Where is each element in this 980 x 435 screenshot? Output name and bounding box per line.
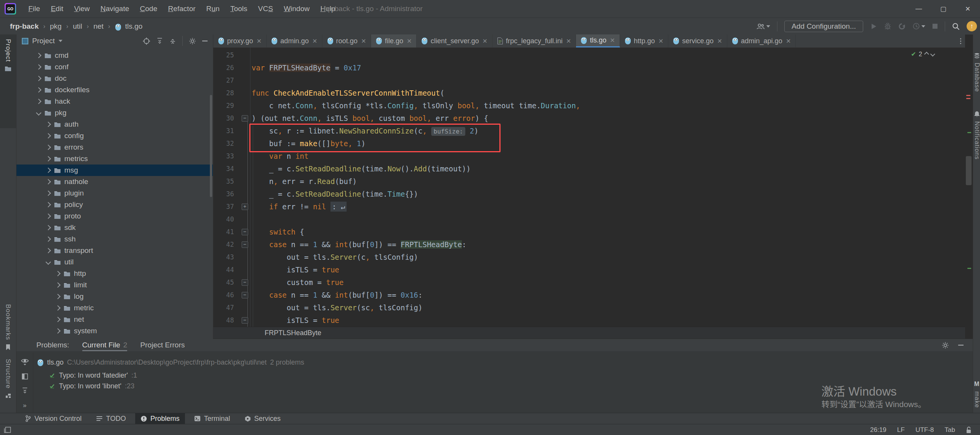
chevron-right-icon[interactable]: [46, 145, 51, 150]
tree-item-hack[interactable]: hack: [16, 96, 213, 107]
line-number[interactable]: 46: [213, 289, 234, 301]
code-line-25[interactable]: 25: [213, 49, 965, 62]
line-number[interactable]: 25: [213, 49, 234, 62]
line-number[interactable]: 32: [213, 137, 234, 150]
chevron-down-icon[interactable]: [766, 25, 770, 28]
window-layout-icon[interactable]: [4, 427, 11, 433]
debug-icon[interactable]: [884, 23, 892, 30]
maximize-button[interactable]: ▢: [931, 0, 955, 18]
expand-all-icon[interactable]: [21, 387, 28, 394]
code-line-43[interactable]: 43 out = tls.Server(c, tlsConfig): [213, 251, 965, 264]
tree-item-policy[interactable]: policy: [16, 199, 213, 210]
code-line-30[interactable]: 30−) (out net.Conn, isTLS bool, custom b…: [213, 112, 965, 125]
menu-item-refactor[interactable]: Refactor: [163, 0, 201, 18]
breadcrumb-item-tls.go[interactable]: tls.go: [124, 21, 144, 31]
gear-icon[interactable]: [189, 37, 196, 45]
view-options-icon[interactable]: [21, 358, 29, 363]
menu-item-vcs[interactable]: VCS: [253, 0, 278, 18]
line-number[interactable]: 44: [213, 264, 234, 276]
editor-tab-frpc_legacy_full.ini[interactable]: frpc_legacy_full.ini✕: [492, 34, 576, 47]
editor-tab-file.go[interactable]: file.go✕: [371, 34, 417, 47]
tree-item-pkg[interactable]: pkg: [16, 107, 213, 119]
code-line-47[interactable]: 47 out = tls.Server(sc, tlsConfig): [213, 301, 965, 314]
close-tab-icon[interactable]: ✕: [717, 37, 722, 45]
breadcrumb-item-net[interactable]: net: [92, 21, 105, 31]
tree-item-cmd[interactable]: cmd: [16, 50, 213, 61]
menu-item-navigate[interactable]: Navigate: [95, 0, 134, 18]
update-available-icon[interactable]: ↑: [967, 21, 977, 31]
chevron-right-icon[interactable]: [46, 213, 51, 219]
toolwindow-button-terminal[interactable]: Terminal: [189, 413, 236, 424]
code-line-29[interactable]: 29 c net.Conn, tlsConfig *tls.Config, tl…: [213, 99, 965, 112]
menu-item-edit[interactable]: Edit: [46, 0, 69, 18]
project-scrollbar[interactable]: [210, 95, 212, 197]
add-configuration-button[interactable]: Add Configuration...: [784, 21, 863, 32]
line-number[interactable]: 31: [213, 125, 234, 137]
code-line-42[interactable]: 42− case n == 1 && int(buf[0]) == FRPTLS…: [213, 238, 965, 251]
editor-tab-root.go[interactable]: root.go✕: [322, 34, 371, 47]
close-tab-icon[interactable]: ✕: [312, 37, 317, 45]
fold-collapse-icon[interactable]: −: [242, 279, 248, 286]
project-stripe-button[interactable]: Project: [0, 34, 16, 128]
chevron-down-icon[interactable]: [46, 259, 51, 265]
chevron-down-icon[interactable]: [36, 110, 41, 116]
open-in-split-icon[interactable]: [22, 373, 28, 380]
editor-tab-tls.go[interactable]: tls.go✕: [576, 34, 620, 47]
run-history-icon[interactable]: [913, 23, 920, 30]
warning-stripe-mark[interactable]: [967, 268, 971, 269]
menu-item-code[interactable]: Code: [134, 0, 162, 18]
chevron-down-icon[interactable]: [921, 25, 925, 28]
tree-item-sdk[interactable]: sdk: [16, 222, 213, 233]
line-number[interactable]: 45: [213, 276, 234, 289]
line-separator[interactable]: LF: [897, 426, 905, 434]
file-encoding[interactable]: UTF-8: [915, 426, 934, 434]
close-tab-icon[interactable]: ✕: [407, 37, 412, 45]
fold-expand-icon[interactable]: +: [242, 204, 248, 210]
tree-item-conf[interactable]: conf: [16, 61, 213, 73]
fold-collapse-icon[interactable]: −: [242, 241, 248, 248]
code-line-36[interactable]: 36 _ = c.SetReadDeadline(time.Time{}): [213, 188, 965, 200]
hide-toolbar-icon[interactable]: »: [23, 402, 26, 409]
editor-tab-admin_api.go[interactable]: admin_api.go✕: [727, 34, 796, 47]
tree-item-util[interactable]: util: [16, 256, 213, 268]
tab-options[interactable]: [960, 34, 961, 47]
tab-current-file[interactable]: Current File 2: [82, 339, 128, 351]
bookmarks-stripe-button[interactable]: Bookmarks: [0, 304, 16, 350]
code-line-48[interactable]: 48− isTLS = true: [213, 314, 965, 327]
line-number[interactable]: 26: [213, 62, 234, 74]
menu-item-view[interactable]: View: [69, 0, 95, 18]
close-tab-icon[interactable]: ✕: [658, 37, 663, 45]
error-stripe-mark[interactable]: [966, 95, 970, 96]
chevron-right-icon[interactable]: [46, 202, 51, 207]
close-tab-icon[interactable]: ✕: [361, 37, 366, 45]
line-number[interactable]: 37: [213, 200, 234, 213]
close-tab-icon[interactable]: ✕: [566, 37, 571, 45]
warning-stripe-mark[interactable]: [967, 132, 971, 133]
next-problem-icon[interactable]: [930, 52, 935, 57]
code-line-28[interactable]: 28func CheckAndEnableTLSServerConnWithTi…: [213, 87, 965, 99]
tree-item-log[interactable]: log: [16, 291, 213, 302]
chevron-right-icon[interactable]: [46, 191, 51, 196]
notifications-stripe-button[interactable]: Notifications: [973, 111, 980, 160]
chevron-right-icon[interactable]: [55, 328, 61, 334]
code-line-31[interactable]: 31 sc, r := libnet.NewSharedConnSize(c, …: [213, 125, 965, 137]
chevron-right-icon[interactable]: [36, 76, 41, 81]
tree-item-plugin[interactable]: plugin: [16, 187, 213, 199]
chevron-right-icon[interactable]: [55, 317, 61, 322]
line-number[interactable]: 47: [213, 301, 234, 314]
line-number[interactable]: 35: [213, 175, 234, 188]
error-stripe-mark[interactable]: [966, 98, 970, 99]
chevron-right-icon[interactable]: [46, 168, 51, 173]
readonly-toggle-icon[interactable]: [966, 427, 972, 433]
minimize-button[interactable]: —: [906, 0, 931, 18]
code-line-32[interactable]: 32 buf := make([]byte, 1): [213, 137, 965, 150]
tree-item-config[interactable]: config: [16, 130, 213, 142]
fold-collapse-icon[interactable]: −: [242, 317, 248, 324]
chevron-right-icon[interactable]: [46, 122, 51, 127]
tree-item-http[interactable]: http: [16, 268, 213, 279]
chevron-right-icon[interactable]: [55, 282, 61, 288]
tree-item-transport[interactable]: transport: [16, 245, 213, 256]
chevron-right-icon[interactable]: [55, 271, 61, 276]
code-line-33[interactable]: 33 var n int: [213, 150, 965, 163]
menu-item-run[interactable]: Run: [201, 0, 225, 18]
